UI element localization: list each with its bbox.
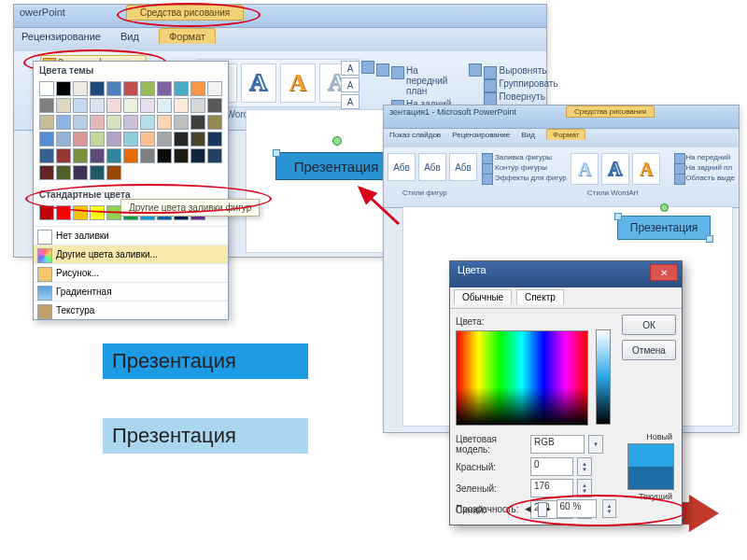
color-swatch[interactable]	[39, 81, 54, 96]
gradient-fill-item[interactable]: Градиентная	[34, 282, 228, 301]
wordart-style[interactable]: A	[601, 153, 629, 185]
color-swatch[interactable]	[207, 98, 222, 113]
color-swatch[interactable]	[73, 148, 88, 163]
tab-format[interactable]: Формат	[159, 28, 216, 44]
color-swatch[interactable]	[56, 115, 71, 130]
color-swatch[interactable]	[39, 132, 54, 147]
wordart-styles-gallery[interactable]: A A A	[571, 153, 660, 185]
tab-view[interactable]: Вид	[521, 131, 534, 139]
wordart-style[interactable]: A	[280, 63, 316, 103]
wordart-style[interactable]: A	[632, 153, 660, 185]
color-swatch[interactable]	[123, 115, 138, 130]
ok-button[interactable]: ОК	[622, 315, 676, 335]
color-swatch[interactable]	[190, 81, 205, 96]
color-swatch[interactable]	[207, 81, 222, 96]
close-button[interactable]: ✕	[650, 264, 678, 281]
slider-left-arrow[interactable]: ◀	[525, 504, 531, 513]
color-swatch[interactable]	[174, 115, 189, 130]
color-swatch[interactable]	[56, 205, 71, 220]
color-spectrum-picker[interactable]	[456, 330, 588, 426]
tab-review[interactable]: Рецензирование	[21, 31, 101, 42]
selected-shape[interactable]: Презентация	[617, 216, 711, 240]
color-swatch[interactable]	[123, 98, 138, 113]
transparency-input[interactable]: 60 %	[557, 499, 597, 518]
color-swatch[interactable]	[190, 115, 205, 130]
shape-style[interactable]: Абв	[418, 153, 446, 181]
color-swatch[interactable]	[39, 205, 54, 220]
no-fill-item[interactable]: Нет заливки	[34, 226, 228, 245]
color-swatch[interactable]	[140, 148, 155, 163]
color-swatch[interactable]	[190, 132, 205, 147]
tab-format[interactable]: Формат	[546, 129, 585, 140]
color-swatch[interactable]	[157, 148, 172, 163]
drawing-tools-context-tab[interactable]: Средства рисования	[566, 105, 655, 118]
shape-styles-gallery[interactable]: Абв Абв Абв	[388, 153, 477, 181]
color-swatch[interactable]	[106, 205, 121, 220]
color-swatch[interactable]	[39, 148, 54, 163]
tab-standard[interactable]: Обычные	[454, 289, 512, 304]
shape-effects-button[interactable]: Эффекты для фигур	[482, 174, 567, 182]
color-swatch[interactable]	[106, 115, 121, 130]
shape-outline-button[interactable]: Контур фигуры	[482, 163, 567, 172]
more-fill-colors-item[interactable]: Другие цвета заливки...	[34, 245, 228, 263]
text-effects-icon[interactable]: A	[341, 94, 359, 109]
color-swatch[interactable]	[106, 81, 121, 96]
color-swatch[interactable]	[90, 148, 105, 163]
rotate-handle[interactable]	[332, 136, 342, 146]
color-swatch[interactable]	[90, 81, 105, 96]
color-swatch[interactable]	[207, 132, 222, 147]
color-swatch[interactable]	[56, 132, 71, 147]
rotate-button[interactable]: Повернуть	[484, 91, 557, 102]
color-swatch[interactable]	[73, 205, 88, 220]
color-swatch[interactable]	[123, 132, 138, 147]
dropdown-icon[interactable]: ▼	[588, 435, 603, 454]
selected-shape[interactable]: Презентация	[275, 152, 397, 180]
color-swatch[interactable]	[39, 115, 54, 130]
tab-view[interactable]: Вид	[120, 31, 139, 42]
color-swatch[interactable]	[90, 165, 105, 180]
tab-spectrum[interactable]: Спектр	[516, 289, 564, 304]
color-swatch[interactable]	[174, 98, 189, 113]
color-swatch[interactable]	[90, 132, 105, 147]
color-swatch[interactable]	[106, 165, 121, 180]
green-input[interactable]: 176	[530, 479, 573, 497]
cancel-button[interactable]: Отмена	[622, 340, 676, 360]
transparency-slider[interactable]	[537, 506, 539, 511]
tab-slideshow[interactable]: Показ слайдов	[389, 131, 441, 139]
color-swatch[interactable]	[39, 98, 54, 113]
text-outline-icon[interactable]: A	[341, 77, 359, 92]
texture-fill-item[interactable]: Текстура	[34, 301, 228, 319]
color-swatch[interactable]	[90, 115, 105, 130]
color-swatch[interactable]	[90, 98, 105, 113]
color-swatch[interactable]	[56, 98, 71, 113]
color-swatch[interactable]	[73, 81, 88, 96]
color-swatch[interactable]	[174, 81, 189, 96]
text-fill-icon[interactable]: A	[341, 61, 359, 76]
color-swatch[interactable]	[73, 98, 88, 113]
color-swatch[interactable]	[106, 98, 121, 113]
bring-to-front[interactable]: На передний	[674, 153, 735, 161]
send-to-back[interactable]: На задний пл	[674, 163, 735, 172]
color-swatch[interactable]	[39, 165, 54, 180]
spinner-icon[interactable]: ▲▼	[602, 499, 616, 518]
shape-style[interactable]: Абв	[449, 153, 477, 181]
color-swatch[interactable]	[174, 132, 189, 147]
spinner-icon[interactable]: ▲▼	[577, 457, 592, 476]
tab-review[interactable]: Рецензирование	[452, 131, 510, 139]
selection-pane[interactable]: Область выде	[674, 174, 735, 182]
color-swatch[interactable]	[157, 81, 172, 96]
color-swatch[interactable]	[73, 165, 88, 180]
color-swatch[interactable]	[56, 81, 71, 96]
color-swatch[interactable]	[157, 115, 172, 130]
color-swatch[interactable]	[123, 81, 138, 96]
color-swatch[interactable]	[106, 148, 121, 163]
color-swatch[interactable]	[90, 205, 105, 220]
color-swatch[interactable]	[207, 148, 222, 163]
color-swatch[interactable]	[207, 115, 222, 130]
align-button[interactable]: Выровнять	[484, 65, 557, 76]
wordart-style[interactable]: A	[571, 153, 599, 185]
color-swatch[interactable]	[140, 132, 155, 147]
color-swatch[interactable]	[140, 98, 155, 113]
color-swatch[interactable]	[56, 148, 71, 163]
color-swatch[interactable]	[140, 115, 155, 130]
